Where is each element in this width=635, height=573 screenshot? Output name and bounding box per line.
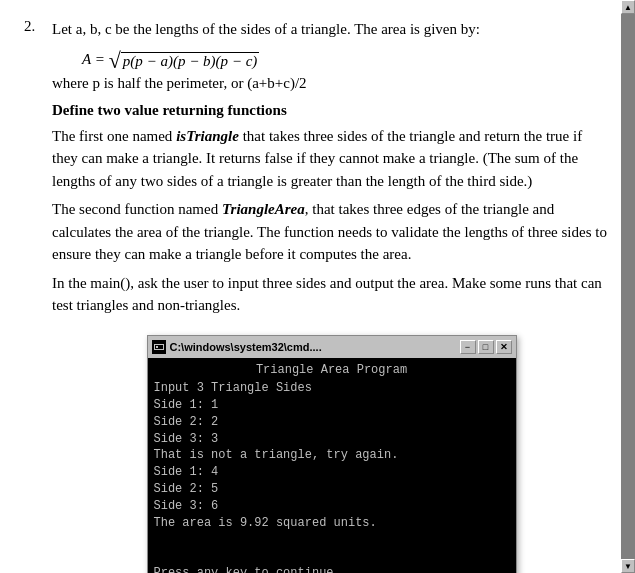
cmd-icon: [152, 340, 166, 354]
sqrt-symbol: √: [109, 50, 121, 72]
vscroll-track[interactable]: [621, 14, 635, 559]
cmd-line-11: Press any key to continue . . . _: [154, 565, 510, 573]
problem-item: 2. Let a, b, c be the lengths of the sid…: [24, 18, 611, 573]
restore-button[interactable]: □: [478, 340, 494, 354]
triangle-area-label: TriangleArea: [222, 201, 305, 217]
intro-text: Let a, b, c be the lengths of the sides …: [52, 18, 611, 41]
cmd-line-0: Input 3 Triangle Sides: [154, 380, 510, 397]
para1-part1: The first one named: [52, 128, 176, 144]
cmd-outer: Triangle Area Program Input 3 Triangle S…: [148, 358, 516, 574]
cmd-title-line: Triangle Area Program: [154, 362, 510, 379]
cmd-vscroll: ▲ ▼: [621, 0, 635, 573]
cmd-line-6: Side 2: 5: [154, 481, 510, 498]
cmd-controls: − □ ✕: [460, 340, 512, 354]
formula-block: A = √ p(p − a)(p − b)(p − c): [82, 49, 611, 71]
cmd-line-4: That is not a triangle, try again.: [154, 447, 510, 464]
cmd-body[interactable]: Triangle Area Program Input 3 Triangle S…: [148, 358, 516, 574]
section-title: Define two value returning functions: [52, 102, 611, 119]
cmd-line-2: Side 2: 2: [154, 414, 510, 431]
sqrt-wrapper: √ p(p − a)(p − b)(p − c): [109, 49, 260, 71]
cmd-line-8: The area is 9.92 squared units.: [154, 515, 510, 532]
para2: The second function named TriangleArea, …: [52, 198, 611, 266]
svg-rect-3: [156, 346, 158, 348]
formula-lhs-text: A =: [82, 51, 105, 68]
problem-content: Let a, b, c be the lengths of the sides …: [52, 18, 611, 573]
cmd-content-area: Triangle Area Program Input 3 Triangle S…: [148, 358, 516, 574]
cmd-line-10: [154, 548, 510, 565]
vscroll-up-button[interactable]: ▲: [621, 0, 635, 14]
para2-part1: The second function named: [52, 201, 222, 217]
cmd-wrapper: C:\windows\system32\cmd.... − □ ✕ Triang…: [52, 335, 611, 574]
close-button[interactable]: ✕: [496, 340, 512, 354]
where-line: where p is half the perimeter, or (a+b+c…: [52, 75, 611, 92]
cmd-titlebar: C:\windows\system32\cmd.... − □ ✕: [148, 336, 516, 358]
para3: In the main(), ask the user to input thr…: [52, 272, 611, 317]
sqrt-content: p(p − a)(p − b)(p − c): [121, 52, 260, 70]
cmd-line-7: Side 3: 6: [154, 498, 510, 515]
cmd-line-9: [154, 531, 510, 548]
vscroll-down-button[interactable]: ▼: [621, 559, 635, 573]
cmd-line-3: Side 3: 3: [154, 431, 510, 448]
minimize-button[interactable]: −: [460, 340, 476, 354]
cmd-title-text: C:\windows\system32\cmd....: [170, 341, 456, 353]
cmd-line-5: Side 1: 4: [154, 464, 510, 481]
cmd-line-1: Side 1: 1: [154, 397, 510, 414]
para1: The first one named isTriangle that take…: [52, 125, 611, 193]
cmd-window: C:\windows\system32\cmd.... − □ ✕ Triang…: [147, 335, 517, 574]
problem-number: 2.: [24, 18, 44, 573]
is-triangle-label: isTriangle: [176, 128, 239, 144]
formula-lhs: A = √ p(p − a)(p − b)(p − c): [82, 49, 259, 71]
cmd-icon-svg: [153, 341, 165, 353]
